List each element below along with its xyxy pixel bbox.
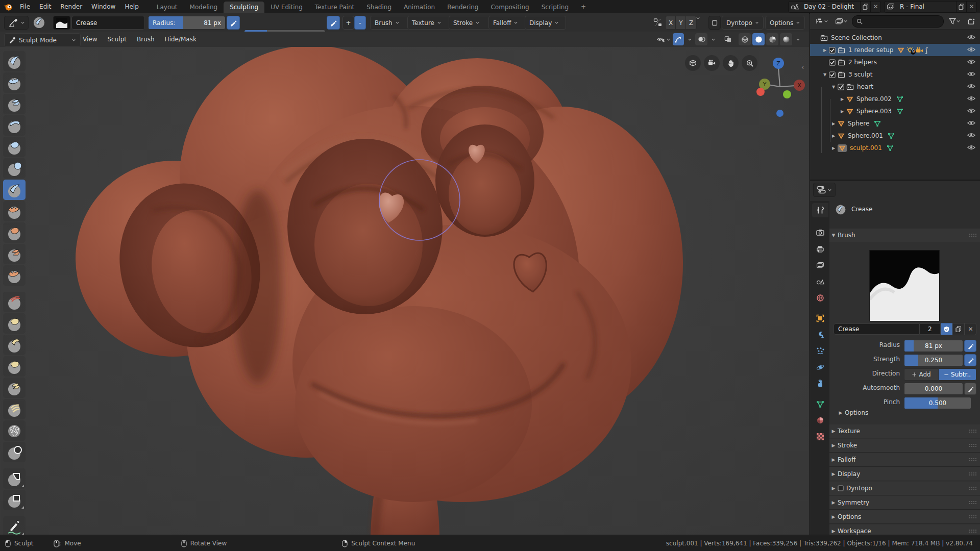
properties-tab-physics[interactable]: [812, 360, 828, 374]
direction-add-toggle[interactable]: +: [342, 16, 354, 30]
overlays-dropdown-chevron[interactable]: [709, 33, 717, 45]
menu-render[interactable]: Render: [56, 0, 87, 13]
properties-tab-output[interactable]: [812, 242, 828, 256]
brush-name-input[interactable]: Crease: [834, 323, 920, 335]
scene-name[interactable]: Day 02 - Delight: [801, 3, 860, 10]
panel-options-header[interactable]: ▶Options: [829, 510, 980, 524]
panel-dyntopo-header[interactable]: ▶Dyntopo: [829, 482, 980, 495]
menu-help[interactable]: Help: [120, 0, 143, 13]
viewport-canvas[interactable]: Z Y X ‹: [0, 47, 809, 535]
panel-grip[interactable]: [969, 486, 976, 490]
sculpt-tool-annotate[interactable]: [3, 516, 26, 535]
active-tool-dropdown[interactable]: [4, 16, 29, 30]
exclude-checkbox[interactable]: [829, 71, 836, 78]
pinch-slider[interactable]: 0.500: [904, 397, 971, 409]
outliner-row-scene-collection[interactable]: Scene Collection: [810, 32, 980, 44]
sculpt-tool-fill[interactable]: [3, 244, 26, 264]
panel-grip[interactable]: [969, 515, 976, 519]
outliner-row-sphere-002[interactable]: ▶Sphere.002: [810, 93, 980, 105]
properties-tab-data[interactable]: [812, 397, 828, 411]
properties-tab-modifiers[interactable]: [812, 328, 828, 342]
disclosure-triangle[interactable]: ▶: [830, 146, 837, 151]
strength-slider[interactable]: 0.250: [904, 354, 963, 366]
hide-eye-toggle[interactable]: [967, 71, 975, 77]
brush-icon[interactable]: [32, 16, 46, 29]
region-collapse-arrow[interactable]: ‹: [801, 63, 804, 71]
outliner-item-label[interactable]: 3 sculpt: [848, 71, 873, 78]
add-workspace-button[interactable]: +: [575, 1, 592, 13]
outliner-item-label[interactable]: heart: [857, 83, 873, 90]
mode-dropdown[interactable]: Sculpt Mode: [4, 33, 81, 47]
autosmooth-pressure-toggle[interactable]: [964, 383, 976, 395]
viewport-menu-hide-mask[interactable]: Hide/Mask: [160, 32, 202, 47]
view-layer-name[interactable]: R - Final: [897, 3, 956, 10]
sculpt-tool-simplify[interactable]: [3, 420, 26, 441]
outliner-item-label[interactable]: 1 render setup: [848, 46, 893, 54]
outliner-display-mode-dropdown[interactable]: [832, 15, 850, 28]
sculpt-tool-grab[interactable]: [3, 313, 26, 334]
properties-tab-particles[interactable]: [812, 344, 828, 358]
sculpt-tool-crease[interactable]: [3, 180, 26, 200]
properties-tab-constraints[interactable]: [812, 377, 828, 391]
duplicate-brush-button[interactable]: [952, 323, 965, 335]
direction-add-button[interactable]: +Add: [904, 368, 939, 381]
scene-icon[interactable]: [789, 3, 801, 10]
outliner-item-label[interactable]: 2 helpers: [848, 59, 877, 66]
pan-view-button[interactable]: [723, 55, 739, 71]
sculpt-tool-box-mask[interactable]: [3, 490, 26, 510]
brush-users-count[interactable]: 2: [920, 323, 941, 335]
outliner-item-label[interactable]: Sphere: [848, 120, 869, 127]
shading-rendered-button[interactable]: [780, 33, 792, 45]
menu-edit[interactable]: Edit: [35, 0, 56, 13]
strength-pressure-toggle[interactable]: [964, 354, 976, 366]
properties-tab-object[interactable]: [812, 311, 828, 325]
sculpt-tool-smooth[interactable]: [3, 201, 26, 221]
options-dropdown[interactable]: Options: [765, 16, 805, 30]
brush-texture-preview[interactable]: [869, 250, 940, 321]
workspace-tab-modeling[interactable]: Modeling: [184, 2, 224, 13]
sculpt-tool-thumb[interactable]: [3, 356, 26, 377]
menu-file[interactable]: File: [15, 0, 35, 13]
popover-stroke[interactable]: Stroke: [449, 16, 491, 30]
sculpt-tool-box-hide[interactable]: [3, 468, 26, 489]
disclosure-triangle[interactable]: ▶: [839, 109, 845, 114]
sculpt-tool-blob[interactable]: [3, 158, 26, 179]
hide-eye-toggle[interactable]: [967, 83, 975, 89]
direction-subtract-button[interactable]: −Subtr..: [938, 368, 976, 381]
popover-display[interactable]: Display: [525, 16, 566, 30]
popover-brush[interactable]: Brush: [370, 16, 410, 30]
exclude-checkbox[interactable]: [838, 84, 844, 90]
unlink-brush-button[interactable]: ✕: [965, 323, 976, 335]
hide-eye-toggle[interactable]: [967, 95, 975, 102]
shading-wireframe-button[interactable]: [739, 33, 751, 45]
overlays-toggle[interactable]: [695, 33, 707, 45]
workspace-tab-scripting[interactable]: Scripting: [535, 2, 575, 13]
radius-slider[interactable]: 81 px: [904, 340, 963, 352]
mirror-axis-y[interactable]: Y: [675, 16, 687, 30]
shading-material-button[interactable]: [766, 33, 778, 45]
radius-pressure-toggle[interactable]: [964, 340, 976, 352]
workspace-tab-uv-editing[interactable]: UV Editing: [264, 2, 309, 13]
sculpt-tool-clay[interactable]: [3, 72, 26, 93]
panel-texture-header[interactable]: ▶Texture: [829, 424, 980, 438]
sculpt-tool-layer[interactable]: [3, 115, 26, 136]
view-layer-icon[interactable]: [885, 3, 897, 10]
properties-tab-tool[interactable]: [812, 203, 828, 217]
workspace-tab-layout[interactable]: Layout: [151, 2, 184, 13]
panel-grip[interactable]: [969, 472, 976, 476]
shading-dropdown-chevron[interactable]: [794, 33, 802, 45]
outliner-row-sculpt-001[interactable]: ▶sculpt.001: [810, 142, 980, 154]
scene-copy-button[interactable]: [860, 2, 870, 12]
radius-pressure-toggle[interactable]: [227, 16, 240, 30]
outliner-row-3-sculpt[interactable]: ▼3 sculpt: [810, 68, 980, 81]
gizmos-dropdown-chevron[interactable]: [685, 33, 694, 45]
panel-grip[interactable]: [969, 429, 976, 433]
panel-symmetry-header[interactable]: ▶Symmetry: [829, 496, 980, 510]
brush-panel-header[interactable]: ▼ Brush: [829, 229, 980, 242]
dyntopo-checkbox[interactable]: [838, 485, 844, 491]
editor-type-outliner-dropdown[interactable]: [813, 15, 830, 28]
editor-type-properties-dropdown[interactable]: [813, 184, 836, 196]
exclude-checkbox[interactable]: [829, 47, 836, 54]
sculpt-tool-snake-hook[interactable]: [3, 335, 26, 355]
new-collection-button[interactable]: [965, 15, 977, 28]
